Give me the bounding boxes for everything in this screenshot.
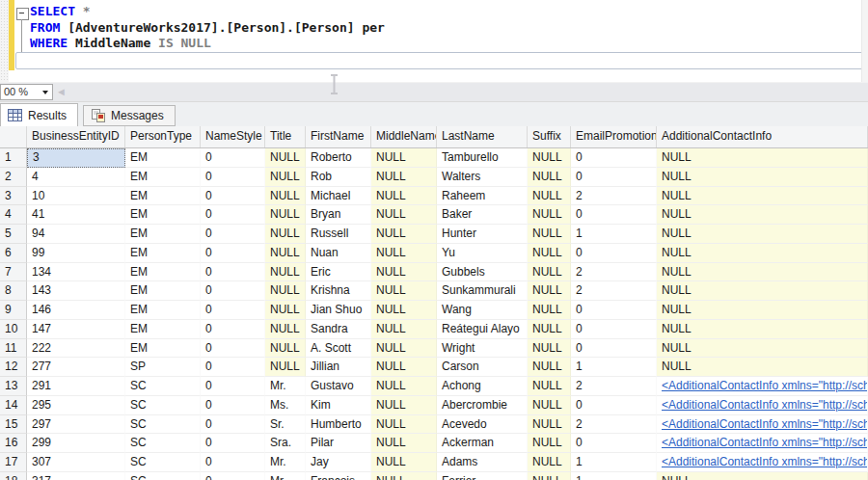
grid-cell[interactable]: NULL <box>657 148 868 168</box>
grid-cell[interactable]: NULL <box>528 358 571 377</box>
grid-cell[interactable]: NULL <box>528 205 571 225</box>
grid-cell[interactable]: NULL <box>371 148 437 168</box>
row-number[interactable]: 2 <box>0 168 27 187</box>
grid-cell[interactable]: 0 <box>201 339 265 359</box>
grid-cell[interactable]: 143 <box>27 281 125 301</box>
grid-cell[interactable]: Mr. <box>265 453 306 472</box>
grid-cell[interactable]: 2 <box>571 281 657 301</box>
row-number[interactable]: 5 <box>0 225 27 244</box>
column-header-middlename[interactable]: MiddleName <box>371 126 437 147</box>
grid-cell[interactable]: Humberto <box>306 415 371 435</box>
grid-cell[interactable]: 295 <box>27 396 125 415</box>
grid-cell[interactable]: NULL <box>265 281 306 301</box>
grid-cell[interactable]: Acevedo <box>437 415 528 435</box>
row-number[interactable]: 3 <box>0 187 27 206</box>
xml-link[interactable]: <AdditionalContactInfo xmlns="http://sch… <box>657 396 868 415</box>
xml-link[interactable]: <AdditionalContactInfo xmlns="http://sch… <box>657 377 868 396</box>
grid-cell[interactable]: Krishna <box>306 281 371 301</box>
grid-cell[interactable]: 0 <box>201 281 265 301</box>
grid-cell[interactable]: 41 <box>27 205 125 225</box>
grid-cell[interactable]: SC <box>125 415 201 435</box>
grid-cell[interactable]: NULL <box>371 472 437 480</box>
grid-cell[interactable]: NULL <box>371 301 437 320</box>
row-number[interactable]: 12 <box>0 358 27 377</box>
grid-cell[interactable]: 0 <box>201 168 265 187</box>
grid-cell[interactable]: NULL <box>528 168 571 187</box>
grid-cell[interactable]: 0 <box>571 205 657 225</box>
grid-cell[interactable]: 1 <box>571 472 657 480</box>
grid-cell[interactable]: NULL <box>265 187 306 206</box>
grid-cell[interactable]: Russell <box>306 225 371 244</box>
grid-cell[interactable]: NULL <box>528 281 571 301</box>
grid-cell[interactable]: Michael <box>306 187 371 206</box>
column-header-persontype[interactable]: PersonType <box>125 126 201 147</box>
xml-link[interactable]: <AdditionalContactInfo xmlns="http://sch… <box>657 415 868 435</box>
grid-cell[interactable]: Ms. <box>265 396 306 415</box>
row-number[interactable]: 7 <box>0 263 27 282</box>
grid-cell[interactable]: SC <box>125 396 201 415</box>
tab-messages[interactable]: Messages <box>83 105 176 126</box>
grid-cell[interactable]: 1 <box>571 358 657 377</box>
grid-cell[interactable]: NULL <box>371 434 437 453</box>
grid-cell[interactable]: NULL <box>265 320 306 339</box>
grid-cell[interactable]: Eric <box>306 263 371 282</box>
grid-cell[interactable]: 0 <box>571 168 657 187</box>
grid-cell[interactable]: 0 <box>201 415 265 435</box>
grid-cell[interactable]: Mr. <box>265 472 306 480</box>
grid-cell[interactable]: EM <box>125 320 201 339</box>
grid-cell[interactable]: NULL <box>528 148 571 168</box>
grid-cell[interactable]: SP <box>125 358 201 377</box>
grid-cell[interactable]: 0 <box>201 396 265 415</box>
column-header-businessentityid[interactable]: BusinessEntityID <box>27 126 125 147</box>
grid-cell[interactable]: NULL <box>528 244 571 263</box>
grid-cell[interactable]: NULL <box>657 281 868 301</box>
grid-cell[interactable]: EM <box>125 263 201 282</box>
grid-cell[interactable]: Raheem <box>437 187 528 206</box>
grid-cell[interactable]: 299 <box>27 434 125 453</box>
grid-cell[interactable]: NULL <box>265 263 306 282</box>
grid-cell[interactable]: 297 <box>27 415 125 435</box>
grid-cell[interactable]: Kim <box>306 396 371 415</box>
grid-cell[interactable]: NULL <box>265 301 306 320</box>
grid-cell[interactable]: SC <box>125 377 201 396</box>
grid-cell[interactable]: Jian Shuo <box>306 301 371 320</box>
grid-cell[interactable]: EM <box>125 244 201 263</box>
code-line[interactable]: WHERE MiddleName IS NULL <box>30 36 385 52</box>
grid-cell[interactable]: 0 <box>571 339 657 359</box>
column-header-lastname[interactable]: LastName <box>437 126 528 147</box>
grid-cell[interactable]: François <box>306 472 371 480</box>
grid-cell[interactable]: 0 <box>201 148 265 168</box>
query-editor[interactable]: SELECT *FROM [AdventureWorks2017].[Perso… <box>0 0 868 82</box>
grid-cell[interactable]: EM <box>125 225 201 244</box>
grid-cell[interactable]: NULL <box>371 281 437 301</box>
grid-corner-cell[interactable] <box>0 126 27 147</box>
grid-cell[interactable]: 0 <box>201 187 265 206</box>
grid-cell[interactable]: 291 <box>27 377 125 396</box>
zoom-dropdown[interactable]: 00 % <box>0 84 53 100</box>
row-number[interactable]: 10 <box>0 320 27 339</box>
grid-cell[interactable]: NULL <box>528 320 571 339</box>
grid-cell[interactable]: 3 <box>27 148 125 168</box>
column-header-emailpromotion[interactable]: EmailPromotion <box>571 126 657 147</box>
grid-cell[interactable]: EM <box>125 301 201 320</box>
grid-cell[interactable]: 0 <box>571 396 657 415</box>
grid-cell[interactable]: 0 <box>201 358 265 377</box>
grid-cell[interactable]: 317 <box>27 472 125 480</box>
grid-cell[interactable]: Wright <box>437 339 528 359</box>
grid-cell[interactable]: Carson <box>437 358 528 377</box>
grid-cell[interactable]: 0 <box>201 301 265 320</box>
grid-cell[interactable]: NULL <box>528 187 571 206</box>
grid-cell[interactable]: Ferrier <box>437 472 528 480</box>
grid-cell[interactable]: NULL <box>265 225 306 244</box>
grid-cell[interactable]: NULL <box>657 244 868 263</box>
grid-cell[interactable]: NULL <box>657 339 868 359</box>
grid-cell[interactable]: EM <box>125 168 201 187</box>
grid-cell[interactable]: 2 <box>571 187 657 206</box>
grid-cell[interactable]: 2 <box>571 415 657 435</box>
grid-cell[interactable]: 0 <box>571 148 657 168</box>
grid-cell[interactable]: Abercrombie <box>437 396 528 415</box>
column-header-additionalcontactinfo[interactable]: AdditionalContactInfo <box>657 126 868 147</box>
grid-cell[interactable]: NULL <box>528 263 571 282</box>
grid-cell[interactable]: 1 <box>571 453 657 472</box>
grid-cell[interactable]: Sr. <box>265 415 306 435</box>
